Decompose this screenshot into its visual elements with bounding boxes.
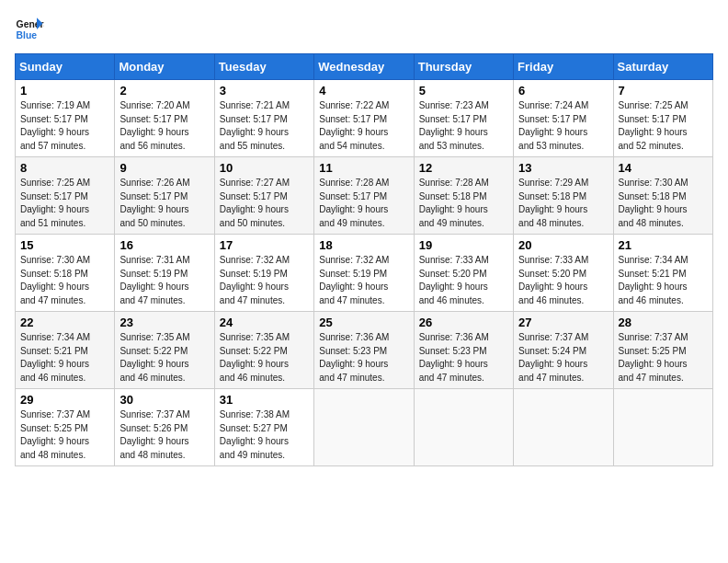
col-wednesday: Wednesday [314,54,414,80]
calendar-cell: 9Sunrise: 7:26 AMSunset: 5:17 PMDaylight… [115,157,214,235]
day-info: Sunrise: 7:26 AMSunset: 5:17 PMDaylight:… [119,177,209,230]
calendar-cell [514,389,613,466]
calendar-table: Sunday Monday Tuesday Wednesday Thursday… [15,53,713,466]
calendar-cell: 14Sunrise: 7:30 AMSunset: 5:18 PMDayligh… [613,157,712,235]
day-number: 29 [20,393,109,407]
day-number: 23 [119,316,209,329]
col-tuesday: Tuesday [214,54,313,80]
calendar-cell: 20Sunrise: 7:33 AMSunset: 5:20 PMDayligh… [514,235,613,312]
day-number: 18 [319,238,408,252]
day-number: 26 [419,316,508,329]
day-info: Sunrise: 7:23 AMSunset: 5:17 PMDaylight:… [419,99,508,153]
day-number: 5 [419,84,508,98]
day-number: 14 [619,161,708,175]
day-number: 2 [119,84,209,98]
calendar-cell: 1Sunrise: 7:19 AMSunset: 5:17 PMDaylight… [16,80,115,157]
calendar-cell: 2Sunrise: 7:20 AMSunset: 5:17 PMDaylight… [115,80,214,157]
logo-icon: General Blue [15,15,44,44]
calendar-cell: 24Sunrise: 7:35 AMSunset: 5:22 PMDayligh… [214,312,313,389]
calendar-cell: 11Sunrise: 7:28 AMSunset: 5:17 PMDayligh… [314,157,414,235]
day-number: 11 [319,161,408,175]
day-number: 9 [119,161,209,175]
calendar-cell: 5Sunrise: 7:23 AMSunset: 5:17 PMDaylight… [414,80,513,157]
calendar-body: 1Sunrise: 7:19 AMSunset: 5:17 PMDaylight… [16,80,713,466]
calendar-cell: 10Sunrise: 7:27 AMSunset: 5:17 PMDayligh… [214,157,313,235]
calendar-week-3: 15Sunrise: 7:30 AMSunset: 5:18 PMDayligh… [16,235,713,312]
calendar-cell [414,389,513,466]
day-info: Sunrise: 7:28 AMSunset: 5:18 PMDaylight:… [419,177,508,230]
day-info: Sunrise: 7:34 AMSunset: 5:21 PMDaylight:… [20,331,109,385]
day-info: Sunrise: 7:30 AMSunset: 5:18 PMDaylight:… [20,254,109,307]
calendar-header-row: Sunday Monday Tuesday Wednesday Thursday… [16,54,713,80]
calendar-cell: 19Sunrise: 7:33 AMSunset: 5:20 PMDayligh… [414,235,513,312]
col-thursday: Thursday [414,54,513,80]
calendar-cell: 16Sunrise: 7:31 AMSunset: 5:19 PMDayligh… [115,235,214,312]
day-info: Sunrise: 7:25 AMSunset: 5:17 PMDaylight:… [619,99,708,153]
day-number: 24 [220,316,309,329]
day-number: 7 [619,84,708,98]
logo: General Blue [15,15,44,44]
calendar-cell [314,389,414,466]
day-info: Sunrise: 7:37 AMSunset: 5:24 PMDaylight:… [518,331,608,385]
calendar-cell: 12Sunrise: 7:28 AMSunset: 5:18 PMDayligh… [414,157,513,235]
day-info: Sunrise: 7:30 AMSunset: 5:18 PMDaylight:… [619,177,708,230]
calendar-cell: 17Sunrise: 7:32 AMSunset: 5:19 PMDayligh… [214,235,313,312]
day-info: Sunrise: 7:27 AMSunset: 5:17 PMDaylight:… [220,177,309,230]
calendar-cell: 22Sunrise: 7:34 AMSunset: 5:21 PMDayligh… [16,312,115,389]
calendar-cell: 15Sunrise: 7:30 AMSunset: 5:18 PMDayligh… [16,235,115,312]
day-number: 21 [619,238,708,252]
day-info: Sunrise: 7:37 AMSunset: 5:26 PMDaylight:… [119,408,209,462]
day-info: Sunrise: 7:19 AMSunset: 5:17 PMDaylight:… [20,99,109,153]
day-info: Sunrise: 7:25 AMSunset: 5:17 PMDaylight:… [20,177,109,230]
day-info: Sunrise: 7:31 AMSunset: 5:19 PMDaylight:… [119,254,209,307]
calendar-cell: 27Sunrise: 7:37 AMSunset: 5:24 PMDayligh… [514,312,613,389]
calendar-week-4: 22Sunrise: 7:34 AMSunset: 5:21 PMDayligh… [16,312,713,389]
calendar-cell: 8Sunrise: 7:25 AMSunset: 5:17 PMDaylight… [16,157,115,235]
calendar-cell: 13Sunrise: 7:29 AMSunset: 5:18 PMDayligh… [514,157,613,235]
day-number: 13 [518,161,608,175]
day-info: Sunrise: 7:36 AMSunset: 5:23 PMDaylight:… [319,331,408,385]
day-number: 20 [518,238,608,252]
day-number: 28 [619,316,708,329]
calendar-cell: 4Sunrise: 7:22 AMSunset: 5:17 PMDaylight… [314,80,414,157]
day-number: 30 [119,393,209,407]
day-info: Sunrise: 7:35 AMSunset: 5:22 PMDaylight:… [220,331,309,385]
day-info: Sunrise: 7:38 AMSunset: 5:27 PMDaylight:… [220,408,309,462]
calendar-week-1: 1Sunrise: 7:19 AMSunset: 5:17 PMDaylight… [16,80,713,157]
day-number: 12 [419,161,508,175]
day-number: 27 [518,316,608,329]
day-info: Sunrise: 7:33 AMSunset: 5:20 PMDaylight:… [419,254,508,307]
col-sunday: Sunday [16,54,115,80]
day-number: 22 [20,316,109,329]
page-header: General Blue [15,15,713,44]
day-number: 8 [20,161,109,175]
day-info: Sunrise: 7:20 AMSunset: 5:17 PMDaylight:… [119,99,209,153]
svg-text:Blue: Blue [17,30,38,40]
day-info: Sunrise: 7:29 AMSunset: 5:18 PMDaylight:… [518,177,608,230]
day-info: Sunrise: 7:33 AMSunset: 5:20 PMDaylight:… [518,254,608,307]
day-number: 15 [20,238,109,252]
day-number: 16 [119,238,209,252]
calendar-cell: 7Sunrise: 7:25 AMSunset: 5:17 PMDaylight… [613,80,712,157]
calendar-week-2: 8Sunrise: 7:25 AMSunset: 5:17 PMDaylight… [16,157,713,235]
col-saturday: Saturday [613,54,712,80]
calendar-cell: 26Sunrise: 7:36 AMSunset: 5:23 PMDayligh… [414,312,513,389]
day-number: 3 [220,84,309,98]
day-info: Sunrise: 7:32 AMSunset: 5:19 PMDaylight:… [319,254,408,307]
day-number: 17 [220,238,309,252]
day-info: Sunrise: 7:36 AMSunset: 5:23 PMDaylight:… [419,331,508,385]
calendar-cell: 31Sunrise: 7:38 AMSunset: 5:27 PMDayligh… [214,389,313,466]
day-number: 19 [419,238,508,252]
calendar-cell: 29Sunrise: 7:37 AMSunset: 5:25 PMDayligh… [16,389,115,466]
calendar-cell: 23Sunrise: 7:35 AMSunset: 5:22 PMDayligh… [115,312,214,389]
day-number: 25 [319,316,408,329]
day-info: Sunrise: 7:21 AMSunset: 5:17 PMDaylight:… [220,99,309,153]
calendar-cell: 18Sunrise: 7:32 AMSunset: 5:19 PMDayligh… [314,235,414,312]
day-number: 4 [319,84,408,98]
day-info: Sunrise: 7:32 AMSunset: 5:19 PMDaylight:… [220,254,309,307]
calendar-cell: 3Sunrise: 7:21 AMSunset: 5:17 PMDaylight… [214,80,313,157]
day-info: Sunrise: 7:35 AMSunset: 5:22 PMDaylight:… [119,331,209,385]
col-friday: Friday [514,54,613,80]
calendar-cell: 28Sunrise: 7:37 AMSunset: 5:25 PMDayligh… [613,312,712,389]
calendar-cell: 21Sunrise: 7:34 AMSunset: 5:21 PMDayligh… [613,235,712,312]
